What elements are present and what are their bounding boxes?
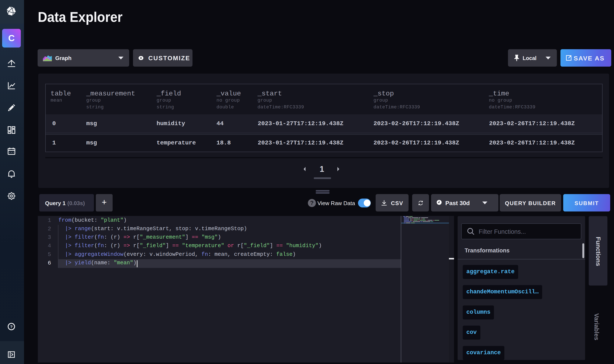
- svg-text:?: ?: [10, 325, 13, 329]
